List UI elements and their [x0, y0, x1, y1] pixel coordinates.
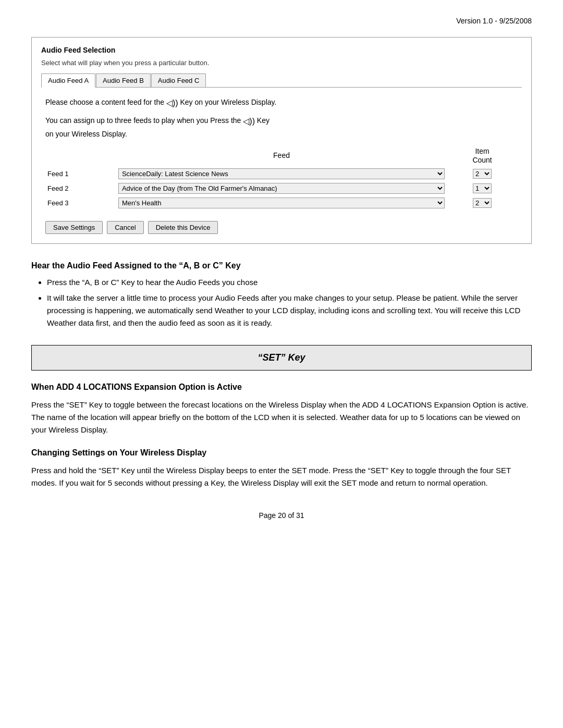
feed-3-dropdown[interactable]: Men's Health [118, 198, 445, 208]
feed-3-count-dropdown[interactable]: 2 [473, 198, 492, 208]
add-locations-body: Press the “SET” Key to toggle between th… [31, 399, 532, 436]
feed-2-label: Feed 2 [45, 181, 116, 196]
feed-table: Feed Item Count Feed 1 ScienceDaily: Lat… [45, 147, 518, 211]
feed-1-dropdown[interactable]: ScienceDaily: Latest Science News [118, 168, 445, 179]
feed-row-1: Feed 1 ScienceDaily: Latest Science News… [45, 167, 518, 181]
panel-title: Audio Feed Selection [41, 45, 522, 56]
feed-2-count-cell: 1 [447, 181, 518, 196]
body-instruction-2: You can assign up to three feeds to play… [45, 114, 518, 141]
changing-settings-heading: Changing Settings on Your Wireless Displ… [31, 447, 532, 459]
tab-audio-feed-b[interactable]: Audio Feed B [96, 73, 151, 88]
hear-bullet-1: Press the “A, B or C” Key to hear the Au… [47, 276, 532, 289]
feed-2-count-dropdown[interactable]: 1 [473, 183, 492, 193]
feed-3-select-cell: Men's Health [116, 196, 447, 211]
button-row: Save Settings Cancel Delete this Device [45, 221, 518, 234]
body-instruction-1: Please choose a content feed for the ◁))… [45, 96, 518, 110]
audio-icon-2: ◁)) [243, 114, 255, 128]
feed-row-3: Feed 3 Men's Health 2 [45, 196, 518, 211]
feed-row-2: Feed 2 Advice of the Day (from The Old F… [45, 181, 518, 196]
tab-bar: Audio Feed A Audio Feed B Audio Feed C [41, 73, 522, 88]
page-footer: Page 20 of 31 [31, 510, 532, 521]
audio-feed-panel: Audio Feed Selection Select what will pl… [31, 37, 532, 244]
hear-audio-heading: Hear the Audio Feed Assigned to the “A, … [31, 260, 532, 272]
feed-2-select-cell: Advice of the Day (from The Old Farmer's… [116, 181, 447, 196]
changing-settings-body: Press and hold the “SET” Key until the W… [31, 464, 532, 489]
feed-2-dropdown[interactable]: Advice of the Day (from The Old Farmer's… [118, 183, 445, 194]
feed-1-count-cell: 2 [447, 167, 518, 181]
tab-audio-feed-a[interactable]: Audio Feed A [41, 73, 95, 88]
set-key-banner: “SET” Key [31, 345, 532, 371]
item-count-column-header: Item Count [447, 147, 518, 167]
hear-bullet-2: It will take the server a little time to… [47, 292, 532, 329]
add-locations-heading: When ADD 4 LOCATIONS Expansion Option is… [31, 381, 532, 393]
feed-1-count-dropdown[interactable]: 2 [473, 169, 492, 179]
tab-audio-feed-c[interactable]: Audio Feed C [151, 73, 206, 88]
feed-3-label: Feed 3 [45, 196, 116, 211]
feed-3-count-cell: 2 [447, 196, 518, 211]
version-text: Version 1.0 - 9/25/2008 [31, 16, 532, 27]
panel-subtitle: Select what will play when you press a p… [41, 58, 522, 68]
cancel-button[interactable]: Cancel [107, 221, 143, 234]
panel-body: Please choose a content feed for the ◁))… [41, 96, 522, 234]
delete-device-button[interactable]: Delete this Device [148, 221, 218, 234]
audio-icon-1: ◁)) [166, 96, 178, 110]
hear-audio-bullets: Press the “A, B or C” Key to hear the Au… [47, 276, 532, 329]
feed-1-label: Feed 1 [45, 167, 116, 181]
save-settings-button[interactable]: Save Settings [45, 221, 103, 234]
feed-1-select-cell: ScienceDaily: Latest Science News [116, 167, 447, 181]
feed-column-header: Feed [116, 147, 447, 167]
feed-col-spacer [45, 147, 116, 167]
